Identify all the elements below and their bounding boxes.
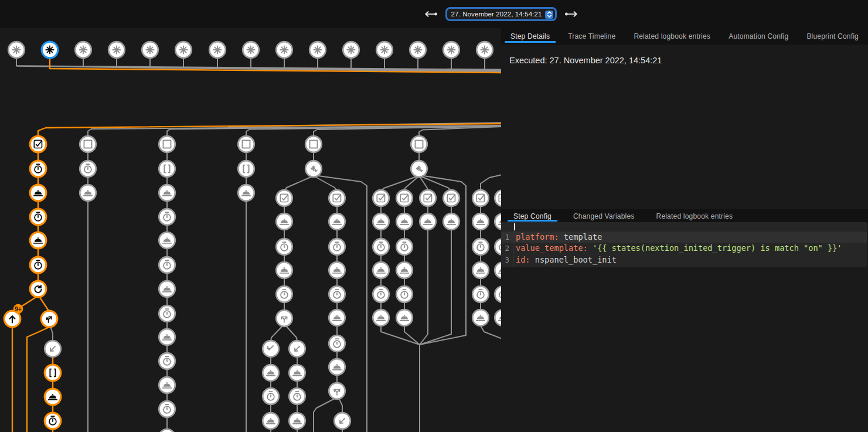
timer-node[interactable]: [329, 335, 345, 352]
timer-node[interactable]: [472, 239, 489, 255]
tab-related-logbook-entries[interactable]: Related logbook entries: [628, 28, 716, 45]
asterisk-node[interactable]: [142, 42, 158, 58]
split-ne-node[interactable]: [41, 311, 57, 327]
service-node[interactable]: [420, 213, 436, 230]
arrow-sw-node[interactable]: [334, 413, 350, 429]
tab-step-config[interactable]: Step Config: [508, 209, 557, 223]
timer-node[interactable]: [329, 239, 345, 255]
checkbox-node[interactable]: [30, 136, 46, 152]
step-config-code[interactable]: 1platform: template2value_template: '{{ …: [501, 222, 867, 267]
tab-changed-variables[interactable]: Changed Variables: [567, 209, 641, 223]
asterisk-node[interactable]: [309, 42, 326, 58]
brackets-node[interactable]: [159, 161, 175, 177]
service-node[interactable]: [30, 232, 46, 249]
next-run-button[interactable]: [564, 0, 579, 28]
tab-trace-timeline[interactable]: Trace Timeline: [562, 28, 621, 45]
previous-run-button[interactable]: [423, 0, 438, 28]
service-node[interactable]: [329, 359, 345, 375]
service-node[interactable]: [159, 185, 175, 201]
timer-node[interactable]: [30, 161, 46, 177]
service-node[interactable]: [159, 429, 175, 432]
service-node[interactable]: [159, 232, 175, 249]
asterisk-node[interactable]: [443, 42, 459, 58]
service-node[interactable]: [329, 309, 345, 326]
service-node[interactable]: [373, 262, 389, 278]
service-node[interactable]: [443, 213, 459, 230]
service-node[interactable]: [263, 413, 279, 429]
timer-node[interactable]: [30, 257, 46, 273]
tab-related-logbook-entries[interactable]: Related logbook entries: [651, 209, 739, 223]
timer-node[interactable]: [472, 286, 489, 302]
tab-step-details[interactable]: Step Details: [505, 28, 556, 45]
service-node[interactable]: [472, 309, 489, 326]
service-node[interactable]: [329, 262, 345, 278]
split-y-node[interactable]: [329, 383, 345, 399]
timer-node[interactable]: [159, 257, 175, 273]
service-node[interactable]: [289, 413, 305, 429]
asterisk-node[interactable]: [376, 42, 393, 58]
square-node[interactable]: [411, 136, 427, 152]
timer-node[interactable]: [276, 239, 292, 255]
asterisk-node[interactable]: [175, 42, 192, 58]
choose-node[interactable]: [411, 161, 427, 177]
timer-node[interactable]: [373, 286, 389, 302]
service-node[interactable]: [30, 185, 46, 201]
asterisk-node[interactable]: [42, 42, 58, 58]
service-node[interactable]: [373, 213, 389, 230]
checkbox-node[interactable]: [420, 190, 436, 206]
timer-node[interactable]: [373, 239, 389, 255]
timer-node[interactable]: [396, 239, 413, 255]
asterisk-node[interactable]: [343, 42, 359, 58]
timer-node[interactable]: [263, 388, 279, 404]
brackets-node[interactable]: [45, 365, 61, 381]
choose-node[interactable]: [305, 161, 322, 177]
brackets-node[interactable]: [238, 161, 254, 177]
asterisk-node[interactable]: [243, 42, 259, 58]
asterisk-node[interactable]: [209, 42, 226, 58]
asterisk-node[interactable]: [75, 42, 91, 58]
checkbox-node[interactable]: [443, 190, 459, 206]
run-timestamp-select[interactable]: 27. November 2022, 14:54:21: [445, 7, 557, 21]
square-node[interactable]: [80, 136, 96, 152]
service-node[interactable]: [396, 213, 413, 230]
checkbox-node[interactable]: [472, 190, 489, 206]
service-node[interactable]: [159, 281, 175, 297]
service-node[interactable]: [80, 185, 96, 201]
checkbox-node[interactable]: [396, 190, 413, 206]
arrow-sw-node[interactable]: [289, 341, 305, 357]
service-node[interactable]: [263, 365, 279, 381]
service-node[interactable]: [159, 377, 175, 393]
service-node[interactable]: [159, 329, 175, 345]
checkbox-node[interactable]: [276, 190, 292, 206]
timer-node[interactable]: [159, 305, 175, 322]
tab-blueprint-config[interactable]: Blueprint Config: [801, 28, 864, 45]
square-node[interactable]: [305, 136, 322, 152]
split-y-node[interactable]: [276, 310, 292, 326]
service-node[interactable]: [396, 262, 413, 278]
timer-node[interactable]: [159, 209, 175, 225]
timer-node[interactable]: [30, 209, 46, 225]
service-node[interactable]: [373, 309, 389, 326]
asterisk-node[interactable]: [108, 42, 125, 58]
timer-node[interactable]: [276, 286, 292, 302]
square-node[interactable]: [159, 136, 175, 152]
asterisk-node[interactable]: [476, 42, 493, 58]
arrow-sw-check-node[interactable]: [263, 341, 279, 357]
square-node[interactable]: [238, 136, 254, 152]
tab-automation-config[interactable]: Automation Config: [723, 28, 794, 45]
service-node[interactable]: [289, 365, 305, 381]
arrow-sw-node[interactable]: [45, 341, 61, 357]
service-node[interactable]: [276, 262, 292, 278]
repeat-node[interactable]: [30, 281, 46, 297]
asterisk-node[interactable]: [410, 42, 426, 58]
service-node[interactable]: [472, 262, 489, 278]
service-node[interactable]: [238, 185, 254, 201]
timer-node[interactable]: [80, 161, 96, 177]
asterisk-node[interactable]: [276, 42, 292, 58]
service-node[interactable]: [45, 389, 61, 405]
service-node[interactable]: [276, 213, 292, 230]
service-node[interactable]: [329, 213, 345, 230]
timer-node[interactable]: [45, 413, 61, 429]
timer-node[interactable]: [159, 353, 175, 369]
service-node[interactable]: [472, 213, 489, 230]
